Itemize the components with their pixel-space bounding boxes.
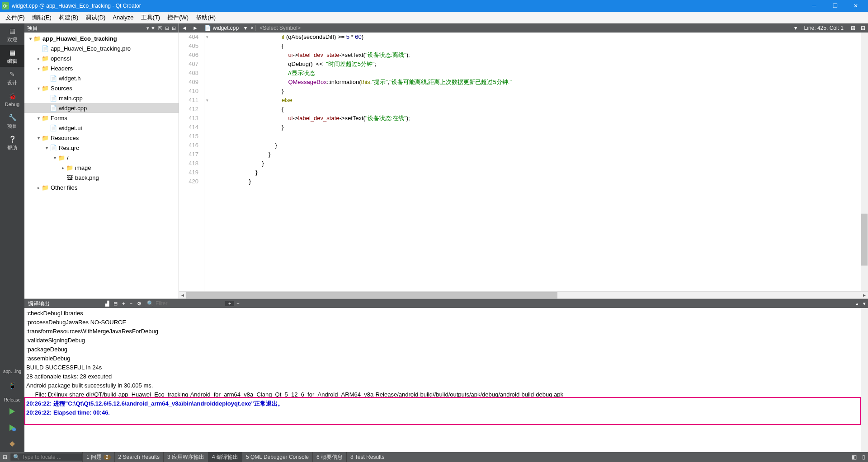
code-editor[interactable]: 4044054064074084094104114124134144154164… <box>179 33 868 291</box>
menu-item[interactable]: 构建(B) <box>55 13 82 23</box>
mode-欢迎[interactable]: ▦欢迎 <box>0 23 24 45</box>
nav-back-button[interactable]: ◄ <box>179 25 190 31</box>
menu-item[interactable]: 帮助(H) <box>192 13 219 23</box>
nav-forward-button[interactable]: ► <box>190 25 201 31</box>
output-settings-icon[interactable]: ⚙ <box>135 301 144 307</box>
mode-Debug[interactable]: 🐞Debug <box>0 89 24 110</box>
tree-item[interactable]: ▾📁Sources <box>24 83 179 93</box>
tree-item[interactable]: ▸📁Other files <box>24 182 179 192</box>
expander-icon[interactable]: ▸ <box>35 185 42 190</box>
progress-icon[interactable]: ◧ <box>849 454 859 460</box>
statusbar-button[interactable]: 6 概要信息 <box>312 452 346 462</box>
expander-icon[interactable]: ▾ <box>52 155 58 160</box>
output-filter[interactable]: 🔍 <box>144 300 225 307</box>
menu-item[interactable]: 控件(W) <box>164 13 192 23</box>
output-remove-button[interactable]: − <box>234 301 241 306</box>
tree-item[interactable]: 📄main.cpp <box>24 93 179 103</box>
statusbar-button[interactable]: 3 应用程序输出 <box>163 452 208 462</box>
tab-close-button[interactable]: × <box>249 25 255 31</box>
output-filter-input[interactable] <box>156 300 219 307</box>
output-vertical-scrollbar[interactable] <box>861 308 868 452</box>
expander-icon[interactable]: ▾ <box>35 116 42 121</box>
tree-item[interactable]: 🖼back.png <box>24 173 179 182</box>
statusbar-button[interactable]: 8 Test Results <box>346 452 388 462</box>
menu-item[interactable]: Analyze <box>109 13 137 22</box>
tree-item[interactable]: ▾📁/ <box>24 153 179 163</box>
mode-label: 编辑 <box>7 58 17 65</box>
locator-input[interactable]: 🔍 Type to locate ... <box>10 453 82 461</box>
filter-icon[interactable]: ▾ ▼ <box>146 25 156 31</box>
symbol-selector[interactable]: <Select Symbol> <box>255 25 304 31</box>
tree-item[interactable]: 📄widget.ui <box>24 123 179 133</box>
expander-icon[interactable]: ▾ <box>35 66 42 71</box>
sync-icon[interactable]: ⊟ <box>165 25 169 31</box>
mode-编辑[interactable]: ▤编辑 <box>0 45 24 67</box>
cursor-position[interactable]: Line: 425, Col: 1 <box>800 25 848 31</box>
statusbar-button[interactable]: 2 Search Results <box>114 452 163 462</box>
mode-项目[interactable]: 🔧项目 <box>0 110 24 132</box>
kit-selector[interactable]: 📱 <box>0 375 24 397</box>
build-button[interactable] <box>0 436 24 452</box>
sidebar-toggle-icon[interactable]: ▯ <box>859 454 868 460</box>
menu-item[interactable]: 工具(T) <box>137 13 164 23</box>
output-header: 编译输出 ▟ ⊟ + − ⚙ 🔍 + − ▴ ▾ <box>24 299 868 308</box>
tree-item[interactable]: 📄widget.cpp <box>24 103 179 113</box>
tree-item[interactable]: ▾📁Headers <box>24 63 179 73</box>
run-button[interactable] <box>0 403 24 420</box>
output-zoom-out-icon[interactable]: − <box>127 301 134 306</box>
file-icon: 🖼 <box>66 174 73 181</box>
menu-item[interactable]: 文件(F) <box>2 13 28 23</box>
expander-icon[interactable]: ▸ <box>60 165 66 170</box>
close-editor-button[interactable]: ⊟ <box>858 25 868 31</box>
split-icon[interactable]: ⊞ <box>172 25 176 31</box>
tree-item[interactable]: 📄app_Huawei_Eco_tracking.pro <box>24 43 179 53</box>
menu-item[interactable]: 调试(D) <box>82 13 109 23</box>
expander-icon[interactable]: ▸ <box>35 56 42 61</box>
mode-帮助[interactable]: ❔帮助 <box>0 132 24 154</box>
statusbar-button[interactable]: 5 QML Debugger Console <box>242 452 312 462</box>
tree-item[interactable]: ▾📁Resources <box>24 133 179 143</box>
output-tool-icon[interactable]: ▟ <box>103 301 111 307</box>
mode-icon: ▤ <box>8 48 17 57</box>
link-icon[interactable]: ⇱ <box>158 25 162 31</box>
project-tree[interactable]: ▾📁app_Huawei_Eco_tracking📄app_Huawei_Eco… <box>24 33 179 299</box>
scroll-left-icon[interactable]: ◄ <box>179 293 186 298</box>
output-add-button[interactable]: + <box>225 301 234 306</box>
tree-item[interactable]: ▾📄Res.qrc <box>24 143 179 153</box>
scroll-right-icon[interactable]: ► <box>861 293 868 298</box>
code-content[interactable]: if (qAbs(secondsDiff) >= 5 * 60) { ui->l… <box>210 33 861 291</box>
minimize-button[interactable]: ─ <box>804 0 825 12</box>
fold-column[interactable]: ▾▾ <box>204 33 210 291</box>
close-panel-button[interactable]: ⊟ <box>0 454 10 460</box>
output-zoom-in-icon[interactable]: + <box>120 301 127 306</box>
split-editor-button[interactable]: ⊞ <box>848 25 858 31</box>
mode-设计[interactable]: ✎设计 <box>0 67 24 89</box>
search-icon: 🔍 <box>13 454 20 460</box>
file-icon: 📁 <box>42 65 49 72</box>
dropdown-icon[interactable]: ▾ <box>242 25 249 31</box>
mode-icon: ▦ <box>8 26 17 35</box>
editor-horizontal-scrollbar[interactable]: ◄ ► <box>179 291 868 299</box>
close-button[interactable]: ✕ <box>845 0 866 12</box>
debug-run-button[interactable] <box>0 420 24 436</box>
maximize-button[interactable]: ❐ <box>825 0 845 12</box>
expander-icon[interactable]: ▾ <box>43 145 50 150</box>
output-tool-icon[interactable]: ⊟ <box>111 301 120 307</box>
expander-icon[interactable]: ▾ <box>35 86 42 91</box>
editor-tab[interactable]: 📄 widget.cpp <box>201 25 242 31</box>
tree-item[interactable]: ▸📁openssl <box>24 53 179 63</box>
output-up-icon[interactable]: ▴ <box>854 301 861 307</box>
menu-item[interactable]: 编辑(E) <box>28 13 55 23</box>
expander-icon[interactable]: ▾ <box>35 135 42 140</box>
tree-item[interactable]: 📄widget.h <box>24 73 179 83</box>
tree-item[interactable]: ▾📁Forms <box>24 113 179 123</box>
output-body[interactable]: :checkDebugLibraries:processDebugJavaRes… <box>24 308 861 452</box>
dropdown-icon[interactable]: ▾ <box>792 25 800 31</box>
editor-vertical-scrollbar[interactable] <box>861 33 868 291</box>
tree-item[interactable]: ▾📁app_Huawei_Eco_tracking <box>24 33 179 43</box>
output-min-icon[interactable]: ▾ <box>861 301 868 307</box>
statusbar-button[interactable]: 4 编译输出 <box>208 452 242 462</box>
expander-icon[interactable]: ▾ <box>27 36 33 41</box>
statusbar-button[interactable]: 1 问题 2 <box>82 452 114 462</box>
tree-item[interactable]: ▸📁image <box>24 163 179 173</box>
